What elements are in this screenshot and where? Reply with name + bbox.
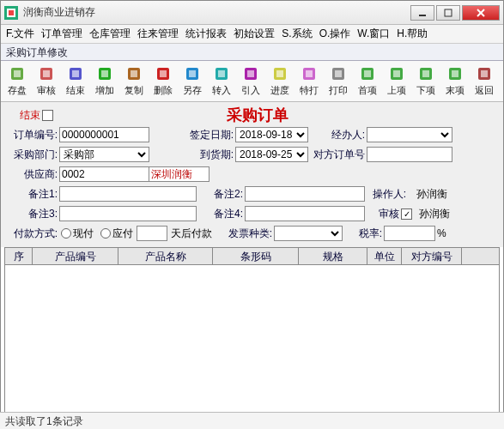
column-header[interactable]: 单位 xyxy=(367,248,402,264)
pay-now-radio[interactable] xyxy=(61,228,71,239)
menu-item-8[interactable]: W.窗口 xyxy=(357,27,390,41)
toolbar-label: 复制 xyxy=(124,84,143,97)
remark1-label: 备注1: xyxy=(8,187,59,202)
order-no-input[interactable] xyxy=(59,127,149,142)
svg-rect-34 xyxy=(393,70,400,77)
toolbar-label: 结束 xyxy=(66,84,85,97)
svg-rect-30 xyxy=(335,70,342,77)
menu-item-0[interactable]: F.文件 xyxy=(6,27,34,41)
handler-label: 经办人: xyxy=(324,128,367,142)
column-header[interactable]: 对方编号 xyxy=(402,248,462,264)
last-icon xyxy=(446,65,464,82)
copy-icon xyxy=(125,65,143,82)
audit-checkbox[interactable]: ✓ xyxy=(401,208,412,220)
handler-select[interactable] xyxy=(367,127,452,142)
svg-rect-14 xyxy=(101,70,108,77)
column-header[interactable]: 规格 xyxy=(299,248,367,264)
toolbar-label: 引入 xyxy=(241,84,260,97)
remark1-input[interactable] xyxy=(59,186,197,202)
toolbar-audit-button[interactable]: 审核 xyxy=(32,63,61,100)
menu-item-1[interactable]: 订单管理 xyxy=(41,27,82,41)
column-header[interactable]: 序号 xyxy=(5,248,33,264)
pay-later-radio[interactable] xyxy=(100,228,111,239)
other-no-input[interactable] xyxy=(367,147,452,162)
toolbar-copy-button[interactable]: 复制 xyxy=(119,63,149,100)
invoice-select[interactable] xyxy=(274,226,343,241)
column-header[interactable]: 产品编号 xyxy=(33,248,118,264)
menu-item-5[interactable]: 初始设置 xyxy=(234,27,275,41)
toolbar-next-button[interactable]: 下项 xyxy=(411,63,440,100)
sign-date-select[interactable]: 2018-09-18 xyxy=(235,127,308,142)
other-no-label: 对方订单号 xyxy=(312,148,367,162)
form: 结束 采购订单 订单编号: 签定日期: 2018-09-18 经办人: 采购部门… xyxy=(1,102,503,247)
pay-now-label: 现付 xyxy=(73,227,94,241)
audit-icon xyxy=(38,65,55,82)
dept-label: 采购部门: xyxy=(8,148,59,162)
remark4-label: 备注4: xyxy=(197,207,245,221)
svg-rect-22 xyxy=(218,70,225,77)
toolbar-label: 进度 xyxy=(270,84,289,97)
remark2-input[interactable] xyxy=(245,186,365,202)
svg-rect-24 xyxy=(247,70,254,77)
toolbar-finish-button[interactable]: 结束 xyxy=(61,63,90,100)
menu-item-9[interactable]: H.帮助 xyxy=(397,27,428,41)
toolbar-special-button[interactable]: 特打 xyxy=(295,63,324,100)
tax-unit: % xyxy=(437,227,446,239)
toolbar-add-button[interactable]: 增加 xyxy=(90,63,119,100)
tax-label: 税率: xyxy=(343,227,384,241)
remark3-label: 备注3: xyxy=(8,207,59,221)
toolbar-save-button[interactable]: 存盘 xyxy=(3,63,32,100)
toolbar-introduce-button[interactable]: 引入 xyxy=(236,63,265,100)
svg-rect-2 xyxy=(9,10,14,15)
close-button[interactable] xyxy=(462,5,500,21)
menu-item-3[interactable]: 往来管理 xyxy=(137,27,179,41)
svg-rect-16 xyxy=(131,70,137,77)
toolbar-first-button[interactable]: 首项 xyxy=(353,63,382,100)
remark3-input[interactable] xyxy=(59,206,197,221)
minimize-button[interactable] xyxy=(410,5,434,21)
prev-icon xyxy=(388,65,405,82)
menu-item-6[interactable]: S.系统 xyxy=(282,27,312,41)
toolbar-delete-button[interactable]: 删除 xyxy=(149,63,178,100)
app-icon xyxy=(4,6,18,20)
supplier-name-input[interactable] xyxy=(149,166,209,182)
menu-item-7[interactable]: O.操作 xyxy=(319,27,351,41)
toolbar-label: 返回 xyxy=(475,84,494,97)
menu-item-2[interactable]: 仓库管理 xyxy=(89,27,131,41)
finish-label: 结束 xyxy=(8,108,42,123)
audit-label: 审核 xyxy=(365,207,401,221)
toolbar-print-button[interactable]: 打印 xyxy=(324,63,353,100)
supplier-label: 供应商: xyxy=(8,167,59,182)
grid-header: 序号产品编号产品名称条形码规格单位对方编号 xyxy=(5,248,499,265)
operator-label: 操作人: xyxy=(365,187,408,202)
finish-checkbox[interactable] xyxy=(42,110,53,121)
progress-icon xyxy=(271,65,288,82)
column-header[interactable]: 产品名称 xyxy=(118,248,213,264)
special-icon xyxy=(301,65,318,82)
saveas-icon xyxy=(184,65,201,82)
tax-input[interactable] xyxy=(384,226,435,241)
menu-item-4[interactable]: 统计报表 xyxy=(185,27,227,41)
toolbar-progress-button[interactable]: 进度 xyxy=(265,63,295,100)
form-title: 采购订单 xyxy=(156,105,359,125)
toolbar-label: 首项 xyxy=(358,84,377,97)
supplier-code-input[interactable] xyxy=(59,166,149,182)
pay-days-input[interactable] xyxy=(137,226,167,241)
toolbar-import-button[interactable]: 转入 xyxy=(207,63,236,100)
toolbar-saveas-button[interactable]: 另存 xyxy=(178,63,207,100)
arrive-date-select[interactable]: 2018-09-25 xyxy=(235,147,308,162)
remark2-label: 备注2: xyxy=(197,187,245,202)
toolbar-back-button[interactable]: 返回 xyxy=(470,63,499,100)
toolbar-last-button[interactable]: 末项 xyxy=(440,63,470,100)
dept-select[interactable]: 采购部 xyxy=(59,147,149,162)
toolbar-label: 特打 xyxy=(300,84,319,97)
titlebar: 润衡商业进销存 xyxy=(1,1,503,25)
maximize-button[interactable] xyxy=(436,5,460,21)
grid-body[interactable] xyxy=(5,265,499,424)
toolbar-label: 末项 xyxy=(446,84,465,97)
invoice-label: 发票种类: xyxy=(222,227,274,241)
pay-days-suffix: 天后付款 xyxy=(171,227,212,241)
remark4-input[interactable] xyxy=(245,206,365,221)
toolbar-prev-button[interactable]: 上项 xyxy=(382,63,411,100)
column-header[interactable]: 条形码 xyxy=(213,248,299,264)
